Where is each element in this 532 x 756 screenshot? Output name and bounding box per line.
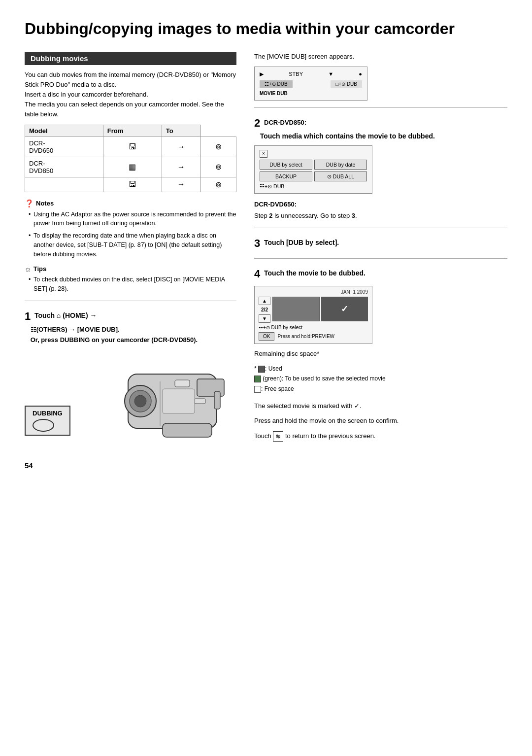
dub-buttons-row: ☷+⊙ DUB □+⊙ DUB (260, 80, 362, 88)
svg-rect-8 (214, 391, 220, 409)
tape-icon: ▼ (328, 71, 333, 77)
int-dub-btn: ☷+⊙ DUB (260, 80, 293, 88)
step4-screen: JAN 1 2009 ▲ 2/2 ▼ ✓ (254, 286, 372, 344)
record-icon: ● (359, 71, 362, 77)
arrow-icon: → (162, 177, 200, 192)
step4-text2: Press and hold the movie on the screen t… (254, 416, 507, 426)
step3-heading: 3 Touch [DUB by select]. (254, 235, 507, 251)
from-icon: ▦ (103, 157, 162, 177)
thumbnail-grid: ✓ (272, 297, 368, 323)
step4-bottom-bar: OK Press and hold:PREVIEW (259, 332, 368, 341)
step4-topbar: JAN 1 2009 (259, 289, 368, 295)
table-header-model: Model (25, 125, 103, 137)
thumbnail-cell (272, 297, 320, 321)
dub-top-row: DUB by select DUB by date (260, 160, 367, 170)
down-arrow[interactable]: ▼ (259, 314, 270, 323)
nav-arrows: ▲ 2/2 ▼ (259, 297, 270, 323)
screen-topbar: ▶ STBY ▼ ● (260, 71, 362, 77)
table-header-from: From (103, 125, 162, 137)
to-icon: ⊚ (200, 157, 236, 177)
up-arrow[interactable]: ▲ (259, 297, 270, 305)
list-item: Using the AC Adaptor as the power source… (30, 210, 236, 229)
divider (254, 107, 507, 108)
table-row: DCR-DVD650 🖫 → ⊚ (25, 137, 236, 157)
checkmark-icon: ✓ (341, 304, 348, 314)
list-item: To display the recording date and time w… (30, 231, 236, 259)
step4-text3: Touch ↹ to return to the previous screen… (254, 431, 507, 442)
dub-bottom-row: BACKUP ⊙ DUB ALL (260, 172, 367, 181)
free-icon (254, 386, 261, 393)
dcr-dvd650-text: Step 2 is unnecessary. Go to step 3. (254, 211, 507, 221)
back-icon: ↹ (273, 431, 283, 442)
dub-label: ☷+⊙ DUB (260, 183, 367, 189)
divider (25, 301, 236, 301)
movie-dub-screen-text: The [MOVIE DUB] screen appears. (254, 52, 507, 62)
svg-rect-7 (195, 399, 205, 404)
step4-block: 4 Touch the movie to be dubbed. JAN 1 20… (254, 266, 507, 442)
step3-block: 3 Touch [DUB by select]. (254, 235, 507, 251)
dub-by-select-label: ☷+⊙ DUB by select (259, 325, 368, 330)
date-text: JAN 1 2009 (341, 289, 368, 295)
dub-all-btn[interactable]: ⊙ DUB ALL (314, 172, 367, 181)
step2-heading: 2 DCR-DVD850: Touch media which contains… (254, 115, 507, 141)
dubbing-illustration: DUBBING (25, 352, 236, 441)
dcr-dvd650-label: DCR-DVD650: (254, 200, 507, 209)
divider (254, 228, 507, 228)
page-number: 54 (25, 461, 507, 470)
from-icon: 🖫 (103, 137, 162, 157)
camcorder-svg (99, 354, 236, 441)
notes-list: Using the AC Adaptor as the power source… (25, 210, 236, 259)
legend-block: * : Used (green): To be used to save the… (254, 364, 507, 394)
step4-content-area: ▲ 2/2 ▼ ✓ (259, 297, 368, 323)
model-name: DCR-DVD650 (25, 137, 103, 157)
step4-heading: 4 Touch the movie to be dubbed. (254, 266, 507, 282)
arrow-icon: → (162, 157, 200, 177)
svg-rect-10 (163, 389, 195, 413)
step1-number: 1 (25, 310, 31, 322)
model-name: DCR-DVD850 (25, 157, 103, 177)
step3-number: 3 (254, 237, 260, 249)
tips-block: ☼ Tips To check dubbed movies on the dis… (25, 265, 236, 294)
ok-button[interactable]: OK (259, 332, 274, 341)
step4-text: Touch the movie to be dubbed. (264, 269, 366, 277)
backup-btn[interactable]: BACKUP (260, 172, 312, 181)
notes-block: ❓ Notes Using the AC Adaptor as the powe… (25, 199, 236, 259)
dub-by-select-btn[interactable]: DUB by select (260, 160, 312, 170)
x-icon: × (260, 150, 267, 158)
legend-green: (green): To be used to save the selected… (254, 374, 507, 383)
page-indicator: 2/2 (259, 307, 270, 312)
table-row: 🖫 → ⊚ (25, 177, 236, 192)
from-icon: 🖫 (103, 177, 162, 192)
step1-block: 1 Touch ⌂ (HOME) → ☷(OTHERS) → [MOVIE DU… (25, 308, 236, 441)
step2-model: DCR-DVD850: (264, 119, 306, 126)
table-header-to: To (162, 125, 200, 137)
stby-text: STBY (289, 71, 303, 77)
step1-heading: 1 Touch ⌂ (HOME) → ☷(OTHERS) → [MOVIE DU… (25, 308, 236, 345)
left-column: Dubbing movies You can dub movies from t… (25, 52, 236, 447)
page-title: Dubbing/copying images to media within y… (25, 20, 507, 38)
svg-point-3 (134, 395, 146, 407)
preview-text: Press and hold:PREVIEW (277, 334, 334, 339)
step2-number: 2 (254, 117, 260, 129)
svg-rect-5 (163, 423, 212, 437)
notes-icon: ❓ (25, 199, 34, 208)
used-icon (258, 366, 265, 373)
dubbing-label: DUBBING (25, 406, 70, 436)
play-icon: ▶ (260, 71, 264, 77)
intro-text: You can dub movies from the internal mem… (25, 70, 236, 120)
step3-text: Touch [DUB by select]. (264, 239, 339, 246)
remaining-text: Remaining disc space* (254, 349, 507, 359)
to-icon: ⊚ (200, 177, 236, 192)
ms-dub-btn: □+⊙ DUB (331, 80, 362, 88)
svg-rect-6 (175, 380, 190, 387)
step2-block: 2 DCR-DVD850: Touch media which contains… (254, 115, 507, 221)
thumbnail-cell-check: ✓ (321, 297, 368, 321)
tips-header: ☼ Tips (25, 265, 236, 273)
dub-select-screen: × DUB by select DUB by date BACKUP ⊙ DUB… (254, 145, 372, 194)
tips-icon: ☼ (25, 265, 32, 273)
table-row: DCR-DVD850 ▦ → ⊚ (25, 157, 236, 177)
movie-dub-screen: ▶ STBY ▼ ● ☷+⊙ DUB □+⊙ DUB MOVIE DUB (254, 67, 367, 101)
divider (254, 258, 507, 259)
dub-by-date-btn[interactable]: DUB by date (314, 160, 367, 170)
tips-list: To check dubbed movies on the disc, sele… (25, 275, 236, 294)
